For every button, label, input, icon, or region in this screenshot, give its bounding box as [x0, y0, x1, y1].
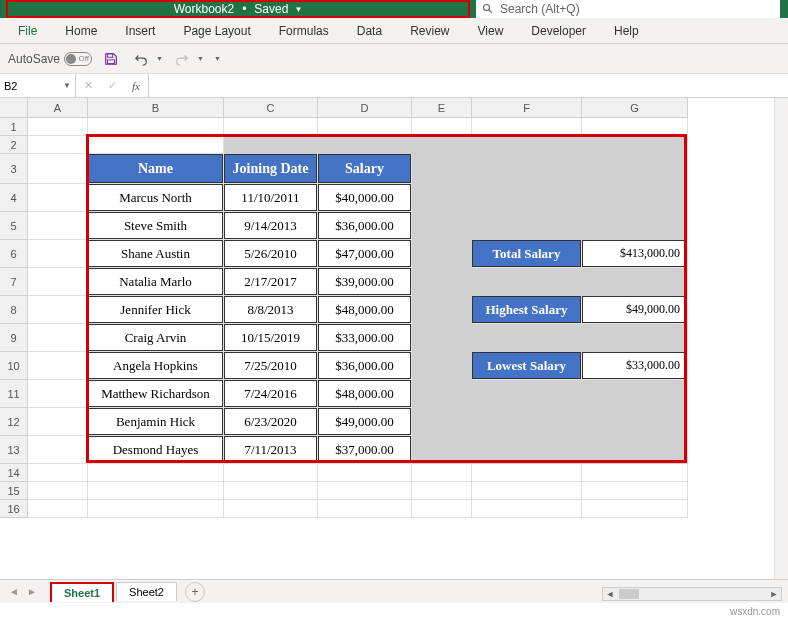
cell-A15[interactable] — [28, 482, 88, 500]
select-all-corner[interactable] — [0, 98, 28, 118]
row-header-4[interactable]: 4 — [0, 184, 28, 212]
cell-C3[interactable]: Joining Date — [224, 154, 318, 184]
cell-C4[interactable]: 11/10/2011 — [224, 184, 318, 212]
vertical-scrollbar[interactable] — [774, 98, 788, 579]
cell-B12[interactable]: Benjamin Hick — [88, 408, 224, 436]
cell-C13[interactable]: 7/11/2013 — [224, 436, 318, 464]
cell-A10[interactable] — [28, 352, 88, 380]
cell-B4[interactable]: Marcus North — [88, 184, 224, 212]
col-header-B[interactable]: B — [88, 98, 224, 118]
cell-F15[interactable] — [472, 482, 582, 500]
cell-B7[interactable]: Natalia Marlo — [88, 268, 224, 296]
scroll-left-arrow[interactable]: ◄ — [603, 589, 617, 599]
search-box[interactable]: Search (Alt+Q) — [476, 0, 780, 18]
row-header-6[interactable]: 6 — [0, 240, 28, 268]
cell-A7[interactable] — [28, 268, 88, 296]
cell-F8[interactable]: Highest Salary — [472, 296, 582, 324]
name-box[interactable]: ▼ — [0, 74, 76, 97]
cell-F14[interactable] — [472, 464, 582, 482]
cell-F6[interactable]: Total Salary — [472, 240, 582, 268]
cell-C5[interactable]: 9/14/2013 — [224, 212, 318, 240]
row-header-8[interactable]: 8 — [0, 296, 28, 324]
cell-D14[interactable] — [318, 464, 412, 482]
undo-dropdown[interactable]: ▼ — [156, 55, 163, 62]
cell-D9[interactable]: $33,000.00 — [318, 324, 412, 352]
cell-F16[interactable] — [472, 500, 582, 518]
col-header-A[interactable]: A — [28, 98, 88, 118]
cell-B5[interactable]: Steve Smith — [88, 212, 224, 240]
sheet-nav-prev[interactable]: ◄ — [6, 584, 22, 600]
row-header-16[interactable]: 16 — [0, 500, 28, 518]
cells-area[interactable]: NameJoining DateSalaryMarcus North11/10/… — [28, 118, 688, 518]
cell-D15[interactable] — [318, 482, 412, 500]
cell-A13[interactable] — [28, 436, 88, 464]
cell-B2[interactable] — [88, 136, 224, 154]
tab-formulas[interactable]: Formulas — [265, 18, 343, 44]
row-header-10[interactable]: 10 — [0, 352, 28, 380]
cell-G16[interactable] — [582, 500, 688, 518]
worksheet-grid[interactable]: ABCDEFG 12345678910111213141516 NameJoin… — [0, 98, 788, 539]
cell-C6[interactable]: 5/26/2010 — [224, 240, 318, 268]
tab-file[interactable]: File — [4, 18, 51, 44]
cell-C9[interactable]: 10/15/2019 — [224, 324, 318, 352]
row-header-9[interactable]: 9 — [0, 324, 28, 352]
sheet-tab-sheet1[interactable]: Sheet1 — [50, 582, 114, 602]
cell-A6[interactable] — [28, 240, 88, 268]
cell-D16[interactable] — [318, 500, 412, 518]
name-box-dropdown[interactable]: ▼ — [63, 81, 71, 90]
scroll-thumb[interactable] — [619, 589, 639, 599]
cell-F1[interactable] — [472, 118, 582, 136]
tab-help[interactable]: Help — [600, 18, 653, 44]
cell-D4[interactable]: $40,000.00 — [318, 184, 412, 212]
cell-E15[interactable] — [412, 482, 472, 500]
row-header-3[interactable]: 3 — [0, 154, 28, 184]
cell-G10[interactable]: $33,000.00 — [582, 352, 688, 380]
col-header-G[interactable]: G — [582, 98, 688, 118]
autosave-toggle[interactable]: AutoSave Off — [8, 52, 92, 66]
new-sheet-button[interactable]: + — [185, 582, 205, 602]
cell-D11[interactable]: $48,000.00 — [318, 380, 412, 408]
cell-D3[interactable]: Salary — [318, 154, 412, 184]
row-header-14[interactable]: 14 — [0, 464, 28, 482]
formula-input[interactable] — [149, 74, 788, 97]
col-header-E[interactable]: E — [412, 98, 472, 118]
cell-E1[interactable] — [412, 118, 472, 136]
row-header-7[interactable]: 7 — [0, 268, 28, 296]
scroll-right-arrow[interactable]: ► — [767, 589, 781, 599]
undo-button[interactable] — [130, 48, 152, 70]
row-header-15[interactable]: 15 — [0, 482, 28, 500]
cell-A3[interactable] — [28, 154, 88, 184]
tab-home[interactable]: Home — [51, 18, 111, 44]
cell-C8[interactable]: 8/8/2013 — [224, 296, 318, 324]
row-header-5[interactable]: 5 — [0, 212, 28, 240]
redo-dropdown[interactable]: ▼ — [197, 55, 204, 62]
cell-B11[interactable]: Matthew Richardson — [88, 380, 224, 408]
enter-formula-button[interactable]: ✓ — [100, 74, 124, 97]
cell-B1[interactable] — [88, 118, 224, 136]
cell-B6[interactable]: Shane Austin — [88, 240, 224, 268]
cell-B15[interactable] — [88, 482, 224, 500]
cell-E14[interactable] — [412, 464, 472, 482]
row-header-13[interactable]: 13 — [0, 436, 28, 464]
cell-C1[interactable] — [224, 118, 318, 136]
col-header-D[interactable]: D — [318, 98, 412, 118]
cell-A1[interactable] — [28, 118, 88, 136]
save-button[interactable] — [100, 48, 122, 70]
cell-D5[interactable]: $36,000.00 — [318, 212, 412, 240]
row-header-2[interactable]: 2 — [0, 136, 28, 154]
row-header-12[interactable]: 12 — [0, 408, 28, 436]
tab-insert[interactable]: Insert — [111, 18, 169, 44]
cell-G1[interactable] — [582, 118, 688, 136]
cell-D12[interactable]: $49,000.00 — [318, 408, 412, 436]
cell-B14[interactable] — [88, 464, 224, 482]
cell-A5[interactable] — [28, 212, 88, 240]
cancel-formula-button[interactable]: ✕ — [76, 74, 100, 97]
cell-A16[interactable] — [28, 500, 88, 518]
cell-A14[interactable] — [28, 464, 88, 482]
name-box-input[interactable] — [4, 80, 54, 92]
tab-view[interactable]: View — [464, 18, 518, 44]
cell-B16[interactable] — [88, 500, 224, 518]
tab-developer[interactable]: Developer — [517, 18, 600, 44]
cell-D6[interactable]: $47,000.00 — [318, 240, 412, 268]
cell-B9[interactable]: Craig Arvin — [88, 324, 224, 352]
